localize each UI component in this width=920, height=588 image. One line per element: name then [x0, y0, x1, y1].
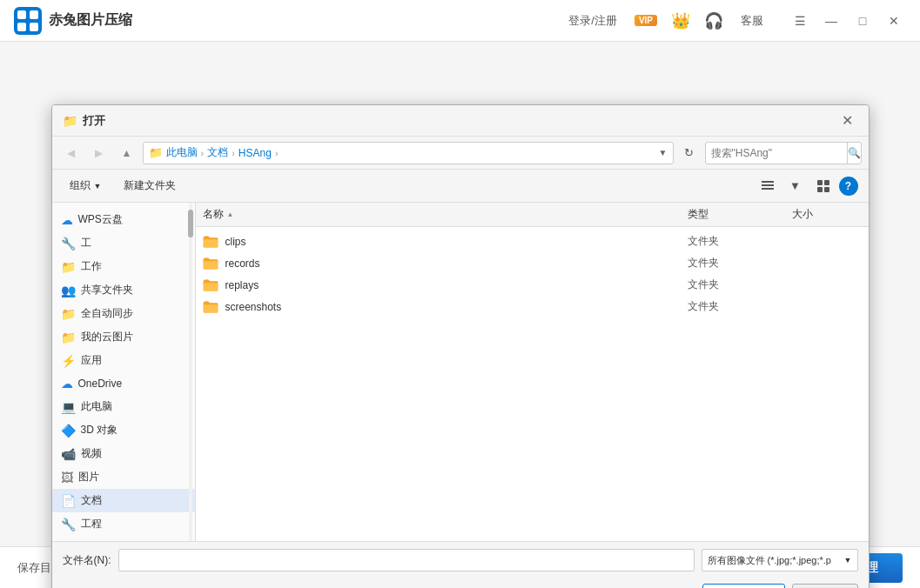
filename-label: 文件名(N): [63, 553, 111, 568]
toolbar-right: ▼ ? [755, 176, 858, 197]
new-folder-button[interactable]: 新建文件夹 [115, 175, 185, 197]
address-dropdown-button[interactable]: ▼ [659, 148, 668, 157]
column-type[interactable]: 类型 [688, 207, 792, 222]
address-part-computer[interactable]: 此电脑 [166, 145, 198, 160]
search-box: 🔍 [705, 142, 862, 164]
address-bar[interactable]: 📁 此电脑 › 文档 › HSAng › ▼ [143, 142, 674, 164]
folder-work-icon: 📁 [61, 260, 76, 274]
sidebar-item-apps[interactable]: ⚡ 应用 [52, 349, 195, 372]
svg-rect-3 [17, 23, 26, 31]
open-button[interactable]: 打开(O) [702, 584, 785, 588]
content-area: 📁 打开 ✕ ◀ ▶ ▲ 📁 此电脑 › 文档 › HSAng › ▼ [0, 42, 920, 546]
sidebar-item-label: 共享文件夹 [81, 283, 133, 297]
menu-button[interactable]: ☰ [788, 9, 812, 33]
service-button[interactable]: 客服 [737, 11, 767, 30]
folder-icon-clips [203, 235, 218, 249]
title-bar-logo: 赤兔图片压缩 [14, 7, 565, 35]
dialog-nav-toolbar: ◀ ▶ ▲ 📁 此电脑 › 文档 › HSAng › ▼ ↻ [52, 137, 869, 170]
view-grid-button[interactable] [811, 176, 836, 197]
file-list: clips 文件夹 records [196, 227, 869, 541]
dialog-sidebar: ☁ WPS云盘 🔧 工 📁 工作 👥 共享文件夹 [52, 203, 196, 541]
maximize-button[interactable]: □ [850, 9, 875, 33]
sidebar-item-onedrive[interactable]: ☁ OneDrive [52, 372, 195, 395]
sidebar-item-wps-cloud[interactable]: ☁ WPS云盘 [52, 208, 195, 231]
help-button[interactable]: ? [839, 177, 858, 196]
filetype-dropdown[interactable]: 所有图像文件 (*.jpg;*.jpeg;*.p ▼ [702, 549, 858, 571]
svg-rect-12 [203, 239, 217, 247]
minimize-button[interactable]: — [819, 9, 843, 33]
sidebar-item-label: 应用 [81, 353, 102, 368]
vip-badge[interactable]: VIP [635, 15, 657, 26]
sidebar-item-documents[interactable]: 📄 文档 [52, 489, 195, 512]
sidebar-item-work[interactable]: 📁 工作 [52, 255, 195, 278]
file-type-replays: 文件夹 [688, 277, 792, 292]
sidebar-item-label: 我的云图片 [81, 330, 133, 344]
sidebar-item-mypc[interactable]: 💻 此电脑 [52, 395, 195, 418]
search-button[interactable]: 🔍 [847, 143, 861, 164]
sidebar-item-autosync[interactable]: 📁 全自动同步 [52, 302, 195, 325]
address-part-documents[interactable]: 文档 [207, 145, 228, 160]
file-row-clips[interactable]: clips 文件夹 [196, 231, 869, 252]
mypc-icon: 💻 [61, 400, 76, 414]
file-name-screenshots: screenshots [203, 300, 688, 314]
sidebar-item-label: 3D 对象 [81, 423, 118, 438]
svg-rect-13 [203, 261, 217, 269]
svg-rect-8 [817, 180, 823, 185]
file-header: 名称 ▲ 类型 大小 [196, 203, 869, 227]
svg-rect-1 [17, 10, 26, 19]
sidebar-item-label: OneDrive [78, 378, 123, 390]
sidebar-item-pictures[interactable]: 🖼 图片 [52, 465, 195, 489]
pictures-icon: 🖼 [61, 471, 73, 484]
cancel-button[interactable]: 取消 [792, 584, 858, 588]
search-input[interactable] [706, 147, 847, 159]
crown-icon: 👑 [671, 11, 690, 30]
column-size[interactable]: 大小 [792, 207, 862, 222]
nav-up-button[interactable]: ▲ [115, 143, 139, 164]
sidebar-item-downloads[interactable]: 🔧 工程 [52, 512, 195, 536]
dialog-footer: 文件名(N): 所有图像文件 (*.jpg;*.jpeg;*.p ▼ 打开(O)… [52, 541, 869, 588]
sidebar-item-3d[interactable]: 🔷 3D 对象 [52, 418, 195, 442]
file-name-records: records [203, 257, 688, 271]
sidebar-item-work1[interactable]: 🔧 工 [52, 231, 195, 255]
sidebar-item-label: 工程 [81, 517, 102, 531]
documents-icon: 📄 [61, 494, 76, 508]
sidebar-item-mypics[interactable]: 📁 我的云图片 [52, 325, 195, 349]
file-row-replays[interactable]: replays 文件夹 [196, 274, 869, 296]
svg-rect-2 [30, 10, 38, 19]
wps-cloud-icon: ☁ [61, 213, 73, 227]
view-list-button[interactable] [755, 176, 780, 197]
dialog-close-button[interactable]: ✕ [837, 110, 858, 131]
svg-rect-10 [817, 187, 823, 192]
view-dropdown-button[interactable]: ▼ [783, 176, 808, 197]
file-row-records[interactable]: records 文件夹 [196, 252, 869, 274]
file-type-records: 文件夹 [688, 256, 792, 271]
login-register-button[interactable]: 登录/注册 [565, 11, 621, 30]
filename-input[interactable] [118, 549, 695, 571]
folder-icon-records [203, 257, 218, 271]
refresh-button[interactable]: ↻ [677, 143, 702, 164]
organize-button[interactable]: 组织 ▼ [63, 175, 109, 197]
close-button[interactable]: ✕ [882, 9, 906, 33]
app-title: 赤兔图片压缩 [49, 11, 132, 30]
column-name[interactable]: 名称 ▲ [203, 207, 688, 222]
organize-label: 组织 [70, 178, 91, 193]
scrollbar-thumb[interactable] [188, 210, 193, 237]
autosync-icon: 📁 [61, 307, 76, 321]
address-part-hsang[interactable]: HSAng [238, 147, 272, 159]
dialog-folder-icon: 📁 [63, 114, 77, 128]
sidebar-item-shared[interactable]: 👥 共享文件夹 [52, 278, 195, 302]
3d-icon: 🔷 [61, 424, 76, 438]
sidebar-item-label: 工 [81, 236, 91, 251]
sidebar-item-label: 工作 [81, 259, 102, 274]
dialog-titlebar: 📁 打开 ✕ [52, 105, 869, 137]
organize-dropdown-icon: ▼ [94, 182, 102, 190]
dialog-body: ☁ WPS云盘 🔧 工 📁 工作 👥 共享文件夹 [52, 203, 869, 541]
nav-back-button[interactable]: ◀ [59, 143, 84, 164]
file-row-screenshots[interactable]: screenshots 文件夹 [196, 296, 869, 317]
grid-view-icon [817, 180, 829, 192]
filetype-dropdown-icon: ▼ [844, 556, 852, 565]
sidebar-item-video[interactable]: 📹 视频 [52, 442, 195, 465]
shared-icon: 👥 [61, 284, 76, 297]
nav-forward-button[interactable]: ▶ [87, 143, 111, 164]
sidebar-item-label: WPS云盘 [78, 212, 123, 227]
